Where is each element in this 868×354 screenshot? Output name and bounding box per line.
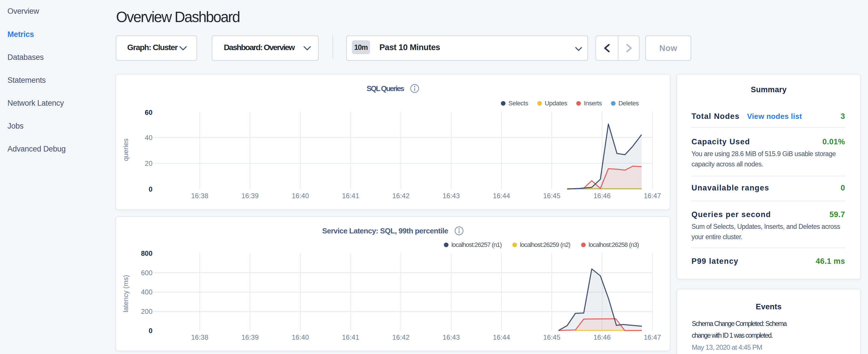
svg-text:0: 0: [149, 185, 152, 193]
svg-text:16:41: 16:41: [342, 192, 359, 200]
svg-text:16:44: 16:44: [493, 333, 510, 341]
svg-text:queries: queries: [122, 139, 129, 161]
svg-text:16:43: 16:43: [442, 333, 460, 341]
svg-text:16:47: 16:47: [644, 192, 661, 200]
svg-text:40: 40: [145, 134, 152, 141]
svg-text:16:40: 16:40: [292, 333, 309, 341]
svg-text:60: 60: [145, 108, 152, 116]
svg-text:16:38: 16:38: [191, 192, 208, 200]
svg-text:16:41: 16:41: [342, 333, 359, 341]
svg-text:16:42: 16:42: [392, 192, 409, 200]
svg-text:400: 400: [141, 288, 152, 296]
svg-text:latency (ms): latency (ms): [122, 275, 129, 313]
svg-text:16:45: 16:45: [543, 192, 560, 200]
svg-text:16:46: 16:46: [593, 333, 611, 341]
svg-text:16:38: 16:38: [191, 333, 208, 341]
svg-text:16:40: 16:40: [292, 192, 309, 200]
svg-text:200: 200: [141, 308, 152, 315]
svg-text:0: 0: [149, 327, 152, 334]
svg-text:16:39: 16:39: [241, 333, 258, 341]
svg-text:16:45: 16:45: [543, 333, 560, 341]
svg-text:20: 20: [145, 160, 152, 167]
svg-text:16:39: 16:39: [241, 192, 258, 200]
svg-text:600: 600: [141, 269, 152, 277]
svg-text:800: 800: [141, 250, 152, 257]
svg-text:16:47: 16:47: [644, 333, 661, 341]
svg-text:16:42: 16:42: [392, 333, 409, 341]
svg-text:16:46: 16:46: [593, 192, 611, 200]
svg-text:16:44: 16:44: [493, 192, 510, 200]
svg-text:16:43: 16:43: [442, 192, 460, 200]
